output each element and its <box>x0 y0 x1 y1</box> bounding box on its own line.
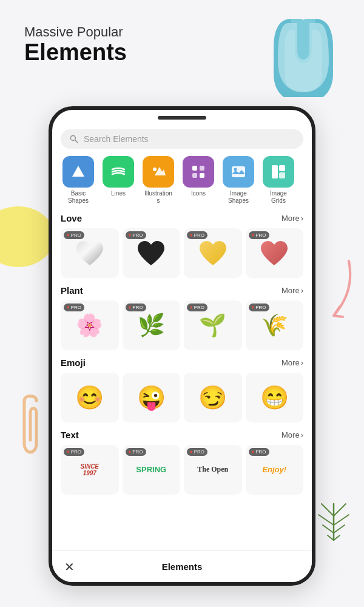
text-content-1: SINCE1997 <box>80 463 99 476</box>
plant-emoji-2: 🌿 <box>138 313 165 338</box>
section-love-header: Love More › <box>61 213 303 223</box>
svg-rect-7 <box>200 173 204 178</box>
category-icon-lines <box>103 156 134 188</box>
text-items-grid: ♥ PRO SINCE1997 ♥ PRO SPRING ♥ PRO The O… <box>61 445 303 495</box>
category-illustrations[interactable]: Illustrations <box>141 156 176 205</box>
pro-badge: ♥ PRO <box>126 304 146 311</box>
text-item-4[interactable]: ♥ PRO Enjoy! <box>246 445 304 495</box>
svg-rect-11 <box>279 165 285 171</box>
text-item-2[interactable]: ♥ PRO SPRING <box>123 445 181 495</box>
category-icon-illustrations <box>143 156 174 188</box>
pro-badge: ♥ PRO <box>64 231 84 239</box>
emoji-item-2[interactable]: 😜 <box>123 373 181 422</box>
svg-line-1 <box>75 140 78 143</box>
emoji-char-2: 😜 <box>137 384 166 411</box>
category-label-image-shapes: ImageShapes <box>228 190 249 205</box>
category-image-shapes[interactable]: ImageShapes <box>221 156 256 205</box>
section-emoji-more[interactable]: More › <box>281 358 303 367</box>
emoji-item-3[interactable]: 😏 <box>184 373 242 422</box>
bottom-bar: ✕ Elements <box>52 551 312 582</box>
svg-rect-5 <box>200 166 204 171</box>
category-label-illustrations: Illustrations <box>144 190 172 205</box>
phone-mockup: Search Elements BasicShapes <box>49 106 315 586</box>
svg-rect-4 <box>192 166 197 171</box>
category-icons[interactable]: Icons <box>181 156 216 205</box>
categories-row: BasicShapes Lines <box>61 156 303 205</box>
category-lines[interactable]: Lines <box>101 156 136 205</box>
plant-item-4[interactable]: ♥ PRO 🌾 <box>246 300 304 350</box>
svg-rect-10 <box>272 165 278 178</box>
love-item-silver[interactable]: ♥ PRO <box>61 228 119 278</box>
close-button[interactable]: ✕ <box>64 560 75 574</box>
heart-pink-icon <box>258 239 290 268</box>
category-image-grids[interactable]: ImageGrids <box>261 156 296 205</box>
category-basic-shapes[interactable]: BasicShapes <box>61 156 96 205</box>
svg-rect-6 <box>192 173 197 178</box>
pro-badge: ♥ PRO <box>187 448 207 456</box>
category-label-lines: Lines <box>111 190 126 197</box>
plant-items-grid: ♥ PRO 🌸 ♥ PRO 🌿 ♥ PRO 🌱 ♥ PRO 🌾 <box>61 300 303 350</box>
header-subtitle: Massive Popular <box>24 24 340 40</box>
section-plant-title: Plant <box>61 285 83 296</box>
text-item-3[interactable]: ♥ PRO The Open <box>184 445 242 495</box>
pro-badge: ♥ PRO <box>64 448 84 456</box>
pro-badge: ♥ PRO <box>187 304 207 311</box>
section-emoji: Emoji More › 😊 😜 😏 😁 <box>61 358 303 422</box>
text-content-3: The Open <box>197 466 228 473</box>
love-items-grid: ♥ PRO ♥ PRO <box>61 228 303 278</box>
category-label-icons: Icons <box>191 190 206 197</box>
section-love-more[interactable]: More › <box>281 214 303 223</box>
deco-paperclip <box>6 388 49 467</box>
emoji-items-grid: 😊 😜 😏 😁 <box>61 373 303 422</box>
search-placeholder: Search Elements <box>84 134 149 144</box>
section-emoji-header: Emoji More › <box>61 358 303 368</box>
section-love: Love More › ♥ PRO <box>61 213 303 278</box>
svg-point-3 <box>153 168 157 171</box>
plant-item-1[interactable]: ♥ PRO 🌸 <box>61 300 119 350</box>
emoji-char-3: 😏 <box>198 384 227 411</box>
heart-gold-icon <box>197 239 229 268</box>
plant-emoji-4: 🌾 <box>261 313 288 338</box>
emoji-item-1[interactable]: 😊 <box>61 373 119 422</box>
pro-badge: ♥ PRO <box>249 304 269 311</box>
section-plant: Plant More › ♥ PRO 🌸 ♥ PRO 🌿 ♥ PRO 🌱 <box>61 285 303 350</box>
plant-item-2[interactable]: ♥ PRO 🌿 <box>123 300 181 350</box>
header-title: Elements <box>24 40 340 66</box>
section-text: Text More › ♥ PRO SINCE1997 ♥ PRO SPRING… <box>61 430 303 495</box>
emoji-char-1: 😊 <box>75 384 104 411</box>
section-plant-more[interactable]: More › <box>281 286 303 295</box>
bottom-title: Elements <box>162 561 203 572</box>
svg-point-0 <box>70 135 75 140</box>
category-label-image-grids: ImageGrids <box>270 190 287 205</box>
category-icon-image-grids <box>263 156 294 188</box>
svg-rect-12 <box>279 172 285 178</box>
plant-emoji-3: 🌱 <box>199 313 226 338</box>
emoji-item-4[interactable]: 😁 <box>246 373 304 422</box>
search-bar[interactable]: Search Elements <box>61 129 303 149</box>
deco-leaf <box>309 486 358 546</box>
heart-silver-icon <box>74 239 106 268</box>
svg-point-9 <box>234 168 237 171</box>
text-item-1[interactable]: ♥ PRO SINCE1997 <box>61 445 119 495</box>
category-label-basic-shapes: BasicShapes <box>68 190 89 205</box>
deco-pink-arrow <box>322 255 358 328</box>
emoji-char-4: 😁 <box>260 384 289 411</box>
pro-badge: ♥ PRO <box>249 231 269 239</box>
category-icon-image-shapes <box>223 156 254 188</box>
svg-rect-8 <box>232 166 245 177</box>
pro-badge: ♥ PRO <box>64 304 84 311</box>
category-icon-icons <box>183 156 214 188</box>
section-text-header: Text More › <box>61 430 303 440</box>
love-item-gold[interactable]: ♥ PRO <box>184 228 242 278</box>
love-item-black[interactable]: ♥ PRO <box>123 228 181 278</box>
header: Massive Popular Elements <box>0 0 364 72</box>
section-emoji-title: Emoji <box>61 358 86 368</box>
text-content-4: Enjoy! <box>262 466 286 474</box>
category-icon-basic-shapes <box>62 156 94 188</box>
section-text-more[interactable]: More › <box>281 430 303 439</box>
plant-item-3[interactable]: ♥ PRO 🌱 <box>184 300 242 350</box>
love-item-pink[interactable]: ♥ PRO <box>246 228 304 278</box>
plant-emoji-1: 🌸 <box>76 313 103 338</box>
search-icon <box>69 134 79 144</box>
section-love-title: Love <box>61 213 82 223</box>
